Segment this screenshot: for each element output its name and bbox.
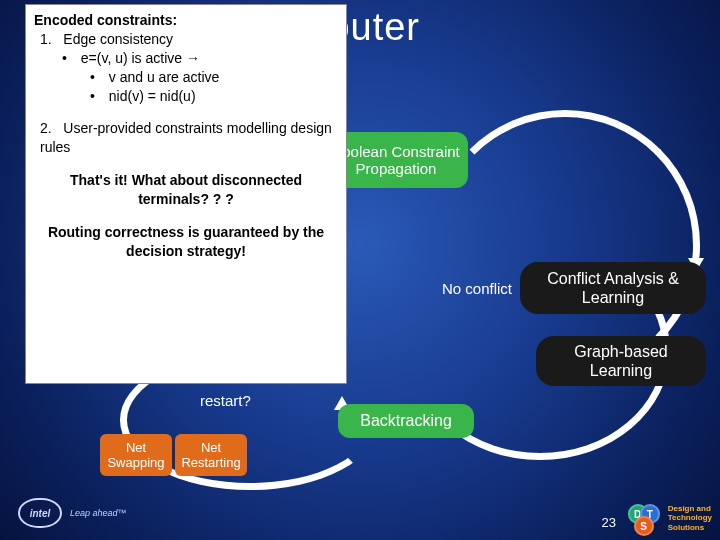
- callout-item-1a-i: v and u are active: [34, 68, 338, 87]
- callout-header: Encoded constraints:: [34, 11, 338, 30]
- block-conflict-analysis-learning: Conflict Analysis & Learning: [520, 262, 706, 314]
- block-label: Conflict Analysis & Learning: [532, 269, 694, 307]
- footer-left: intel Leap ahead™: [18, 498, 127, 528]
- constraints-callout: Encoded constraints: 1. Edge consistency…: [25, 4, 347, 384]
- list-text: nid(v) = nid(u): [109, 88, 196, 104]
- intel-tagline: Leap ahead™: [70, 508, 127, 518]
- dts-circle-s: S: [634, 516, 654, 536]
- dts-line: Technology: [668, 513, 712, 522]
- callout-item-1a: e=(v, u) is active →: [34, 49, 338, 68]
- block-label: Graph-based Learning: [548, 342, 694, 380]
- callout-list: 1. Edge consistency e=(v, u) is active →…: [34, 30, 338, 106]
- callout-list-2: 2. User-provided constraints modelling d…: [34, 119, 338, 157]
- dts-line: Design and: [668, 504, 712, 513]
- dts-logo-icon: D T S: [628, 504, 662, 532]
- footer-right-badge: D T S Design and Technology Solutions: [628, 504, 712, 532]
- block-graph-based-learning: Graph-based Learning: [536, 336, 706, 386]
- edge-label-no-conflict: No conflict: [442, 280, 512, 297]
- callout-question-1: That's it! What about disconnected termi…: [34, 171, 338, 209]
- list-text: e=(v, u) is active: [81, 50, 182, 66]
- arrow-icon: →: [186, 50, 200, 66]
- list-text: Edge consistency: [63, 31, 173, 47]
- block-label: Boolean Constraint Propagation: [332, 143, 460, 177]
- intel-logo-icon: intel: [18, 498, 62, 528]
- list-number: 2.: [40, 120, 52, 136]
- callout-item-2: 2. User-provided constraints modelling d…: [34, 119, 338, 157]
- page-number: 23: [602, 515, 616, 530]
- list-number: 1.: [40, 31, 52, 47]
- list-text: User-provided constraints modelling desi…: [40, 120, 332, 155]
- callout-item-1a-ii: nid(v) = nid(u): [34, 87, 338, 106]
- block-label-line: Net: [181, 440, 240, 455]
- block-label-line: Restarting: [181, 455, 240, 470]
- intel-logo-text: intel: [30, 508, 51, 519]
- block-backtracking: Backtracking: [338, 404, 474, 438]
- callout-question-2: Routing correctness is guaranteed by the…: [34, 223, 338, 261]
- dts-line: Solutions: [668, 523, 712, 532]
- block-label-line: Net: [107, 440, 164, 455]
- block-net-swapping: Net Swapping: [100, 434, 172, 476]
- list-text: v and u are active: [109, 69, 220, 85]
- block-label-line: Swapping: [107, 455, 164, 470]
- edge-label-restart: restart?: [200, 392, 251, 409]
- block-label: Backtracking: [360, 412, 452, 430]
- block-net-restarting: Net Restarting: [175, 434, 247, 476]
- dts-text: Design and Technology Solutions: [668, 504, 712, 532]
- callout-item-1: 1. Edge consistency: [34, 30, 338, 49]
